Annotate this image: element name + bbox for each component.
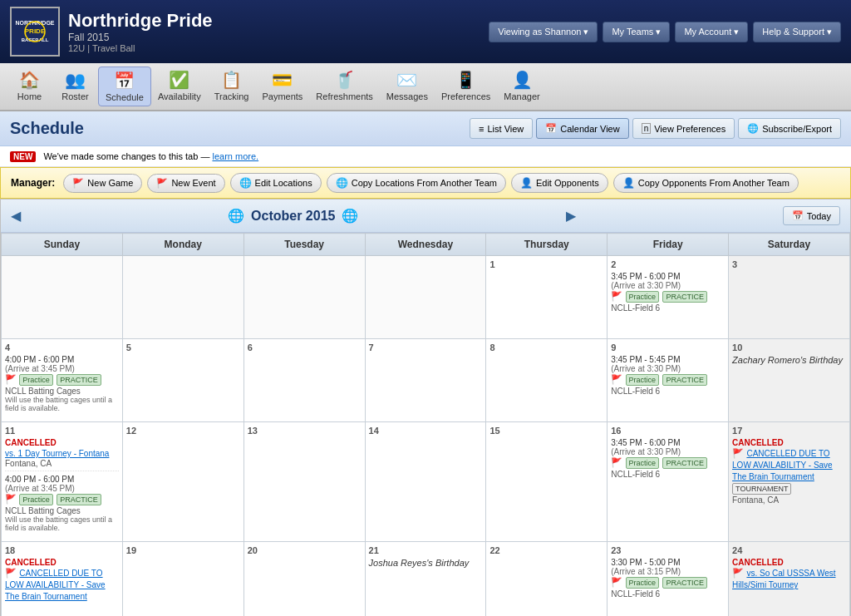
- simi-tourney-link[interactable]: vs. So Cal USSSA West Hills/Simi Tourney: [732, 569, 835, 589]
- calendar-icon: 📅: [545, 123, 557, 134]
- date-9: 9: [611, 342, 725, 352]
- date-14: 14: [369, 426, 483, 436]
- next-month-button[interactable]: ▶: [566, 208, 576, 224]
- edit-locations-button[interactable]: 🌐 Edit Locations: [230, 173, 322, 193]
- my-account-button[interactable]: My Account ▾: [675, 22, 748, 42]
- new-game-icon: 🚩: [72, 178, 84, 189]
- notice-bar: NEW We've made some changes to this tab …: [0, 146, 851, 167]
- calendar-nav: ◀ 🌐 October 2015 🌐 ▶ 📅 Today: [1, 200, 850, 233]
- brain-tourney-link2[interactable]: CANCELLED DUE TO LOW AVAILABILITY - Save…: [5, 569, 106, 601]
- practice-badge2: PRACTICE: [662, 374, 707, 386]
- nav-manager-label: Manager: [504, 91, 539, 101]
- today-button[interactable]: 📅 Today: [783, 206, 840, 225]
- nav-preferences[interactable]: 📱 Preferences: [435, 67, 497, 106]
- flag-red-icon: 🚩: [5, 568, 17, 578]
- help-support-button[interactable]: Help & Support ▾: [753, 22, 841, 42]
- flag-green-icon: 🚩: [611, 457, 622, 467]
- new-game-button[interactable]: 🚩 New Game: [63, 174, 142, 193]
- event-oct11-cancelled: CANCELLED vs. 1 Day Tourney - Fontana Fo…: [5, 438, 119, 471]
- nav-manager[interactable]: 👤 Manager: [497, 67, 546, 106]
- event-time: 3:45 PM - 6:00 PM: [611, 438, 725, 447]
- today-icon: 📅: [792, 210, 804, 221]
- my-teams-button[interactable]: My Teams ▾: [603, 22, 670, 42]
- edit-opponents-button[interactable]: 👤 Edit Opponents: [511, 173, 608, 193]
- event-note: Will use the batting cages until a field…: [5, 396, 119, 412]
- prefs-icon: n: [642, 123, 652, 134]
- date-11: 11: [5, 426, 119, 436]
- date-1: 1: [489, 259, 603, 269]
- nav-payments[interactable]: 💳 Payments: [255, 67, 309, 106]
- event-location: NCLL-Field 6: [611, 589, 725, 599]
- tracking-icon: 📋: [221, 70, 242, 90]
- nav-refreshments[interactable]: 🥤 Refreshments: [309, 67, 379, 106]
- date-10: 10: [732, 342, 846, 352]
- col-thursday: Thursday: [486, 234, 608, 256]
- date-8: 8: [489, 342, 603, 352]
- notice-text: We've made some changes to this tab —: [43, 151, 209, 161]
- svg-text:PRIDE: PRIDE: [25, 27, 46, 35]
- calendar-view-button[interactable]: 📅 Calendar View: [536, 118, 628, 139]
- globe-icon: 🌐: [228, 208, 244, 224]
- flag-green-icon: 🚩: [611, 291, 622, 301]
- day-21: 21 Joshua Reyes's Birthday: [365, 542, 486, 617]
- copy-locations-button[interactable]: 🌐 Copy Locations From Another Team: [327, 173, 506, 193]
- nav-tracking[interactable]: 📋 Tracking: [208, 67, 256, 106]
- event-oct11-practice: 4:00 PM - 6:00 PM (Arrive at 3:45 PM) 🚩 …: [5, 475, 119, 535]
- col-saturday: Saturday: [729, 234, 850, 256]
- day-1: 1: [486, 256, 608, 339]
- practice-badge: Practice: [626, 457, 660, 469]
- prev-month-button[interactable]: ◀: [11, 208, 21, 224]
- subscribe-export-button[interactable]: 🌐 Subscribe/Export: [738, 118, 841, 139]
- date-18: 18: [5, 545, 119, 555]
- event-location: NCLL Batting Cages: [5, 506, 119, 515]
- date-22: 22: [489, 545, 603, 555]
- flag-red-icon: 🚩: [732, 448, 744, 458]
- col-monday: Monday: [122, 234, 243, 256]
- edit-locations-label: Edit Locations: [255, 178, 312, 188]
- nav-preferences-label: Preferences: [441, 91, 490, 101]
- nav-messages[interactable]: ✉️ Messages: [380, 67, 435, 106]
- globe-icon-right: 🌐: [342, 208, 358, 224]
- calendar-week-4: 18 CANCELLED 🚩 CANCELLED DUE TO LOW AVAI…: [2, 542, 850, 617]
- cancelled-label: CANCELLED: [732, 558, 846, 567]
- date-3: 3: [732, 259, 846, 269]
- list-view-button[interactable]: ≡ List View: [470, 118, 533, 139]
- preferences-icon: 📱: [455, 70, 476, 90]
- nav-schedule[interactable]: 📅 Schedule: [98, 67, 151, 106]
- tournament-badge: TOURNAMENT: [732, 483, 791, 495]
- event-time: 3:45 PM - 6:00 PM: [611, 272, 725, 281]
- practice-badge2: PRACTICE: [662, 457, 707, 469]
- event-oct18-cancelled: CANCELLED 🚩 CANCELLED DUE TO LOW AVAILAB…: [5, 558, 119, 604]
- today-label: Today: [807, 211, 831, 221]
- nav-availability[interactable]: ✅ Availability: [151, 67, 208, 106]
- date-12: 12: [126, 426, 240, 436]
- date-21: 21: [369, 545, 483, 555]
- day-20: 20: [243, 542, 365, 617]
- month-label: October 2015: [251, 209, 335, 224]
- date-2: 2: [611, 259, 725, 269]
- day-9: 9 3:45 PM - 5:45 PM (Arrive at 3:30 PM) …: [608, 339, 729, 422]
- day-6: 6: [243, 339, 365, 422]
- refreshments-icon: 🥤: [334, 70, 355, 90]
- tourney-link[interactable]: vs. 1 Day Tourney - Fontana: [5, 449, 109, 458]
- practice-badge: Practice: [19, 494, 53, 505]
- nav-roster[interactable]: 👥 Roster: [52, 67, 98, 106]
- day-15: 15: [486, 422, 608, 542]
- day-14: 14: [365, 422, 486, 542]
- viewing-as-button[interactable]: Viewing as Shannon ▾: [489, 22, 598, 42]
- event-arrive: (Arrive at 3:30 PM): [611, 281, 725, 290]
- date-16: 16: [611, 426, 725, 436]
- nav-home[interactable]: 🏠 Home: [7, 67, 52, 106]
- practice-badge2: PRACTICE: [57, 374, 101, 386]
- brain-tourney-link[interactable]: CANCELLED DUE TO LOW AVAILABILITY - Save…: [732, 449, 833, 481]
- new-event-button[interactable]: 🚩 New Event: [147, 174, 224, 193]
- new-badge: NEW: [10, 151, 36, 162]
- view-preferences-button[interactable]: n View Preferences: [632, 118, 735, 139]
- copy-opponents-button[interactable]: 👤 Copy Opponents From Another Team: [613, 173, 799, 193]
- practice-badge: Practice: [19, 374, 53, 386]
- calendar-week-1: 1 2 3:45 PM - 6:00 PM (Arrive at 3:30 PM…: [2, 256, 850, 339]
- practice-badge2: PRACTICE: [662, 291, 707, 303]
- copy-locations-icon: 🌐: [336, 177, 348, 189]
- learn-more-link[interactable]: learn more.: [212, 151, 258, 161]
- day-7: 7: [365, 339, 486, 422]
